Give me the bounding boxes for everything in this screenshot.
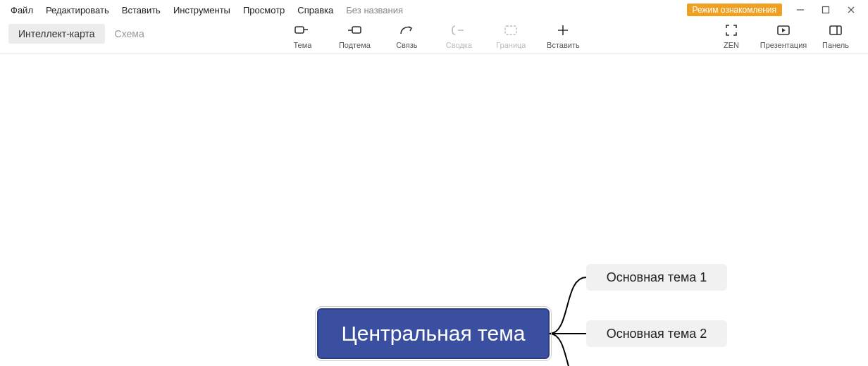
tab-mindmap[interactable]: Интеллект-карта [8, 24, 105, 44]
tool-presentation[interactable]: Презентация [764, 20, 803, 49]
tool-panel[interactable]: Панель [816, 20, 855, 49]
main-topic-node-1[interactable]: Основная тема 1 [586, 264, 727, 291]
maximize-button[interactable] [813, 0, 838, 20]
menu-help[interactable]: Справка [291, 2, 340, 18]
menu-edit[interactable]: Редактировать [39, 2, 116, 18]
presentation-icon [776, 23, 790, 38]
minimize-button[interactable] [788, 0, 813, 20]
view-tabs: Интеллект-карта Схема [0, 24, 154, 44]
tool-presentation-label: Презентация [760, 41, 807, 49]
tool-summary-label: Сводка [446, 41, 472, 49]
relationship-icon [399, 23, 414, 38]
svg-rect-2 [352, 27, 361, 33]
menubar: Файл Редактировать Вставить Инструменты … [0, 0, 868, 20]
tool-relationship-label: Связь [396, 41, 417, 49]
summary-icon [451, 23, 466, 38]
minimize-icon [796, 6, 805, 14]
mindmap-canvas[interactable]: Центральная тема Основная тема 1 Основна… [0, 53, 868, 366]
tool-boundary-label: Граница [496, 41, 526, 49]
maximize-icon [822, 6, 830, 14]
boundary-icon [503, 23, 519, 38]
main-topic-node-2[interactable]: Основная тема 2 [586, 320, 727, 347]
tool-zen[interactable]: ZEN [712, 20, 751, 49]
tool-insert[interactable]: Вставить [543, 20, 583, 49]
svg-rect-1 [295, 27, 304, 33]
svg-rect-3 [505, 26, 516, 34]
svg-rect-0 [823, 7, 829, 13]
tool-subtopic[interactable]: Подтема [335, 20, 374, 49]
tool-subtopic-label: Подтема [339, 41, 371, 49]
toolbar: Интеллект-карта Схема Тема Подтема Связь [0, 20, 868, 53]
tool-summary: Сводка [439, 20, 478, 49]
plus-icon [557, 23, 569, 38]
tool-zen-label: ZEN [724, 41, 739, 49]
panel-icon [829, 23, 843, 38]
menu-view[interactable]: Просмотр [237, 2, 291, 18]
tool-topic-label: Тема [293, 41, 311, 49]
topic-icon [294, 23, 310, 38]
close-button[interactable] [838, 0, 864, 20]
tool-relationship[interactable]: Связь [387, 20, 426, 49]
tool-topic[interactable]: Тема [283, 20, 322, 49]
menu-tools[interactable]: Инструменты [167, 2, 237, 18]
trial-mode-badge[interactable]: Режим ознакомления [687, 4, 782, 16]
menu-insert[interactable]: Вставить [116, 2, 167, 18]
close-icon [847, 6, 855, 14]
svg-rect-5 [830, 26, 841, 34]
tool-boundary: Граница [491, 20, 531, 49]
tab-outline[interactable]: Схема [105, 24, 154, 44]
menu-file[interactable]: Файл [4, 2, 39, 18]
subtopic-icon [347, 23, 362, 38]
zen-icon [725, 23, 738, 38]
tool-insert-label: Вставить [547, 41, 580, 49]
document-title: Без названия [340, 2, 409, 18]
tool-panel-label: Панель [822, 41, 849, 49]
central-topic-node[interactable]: Центральная тема [317, 308, 550, 359]
